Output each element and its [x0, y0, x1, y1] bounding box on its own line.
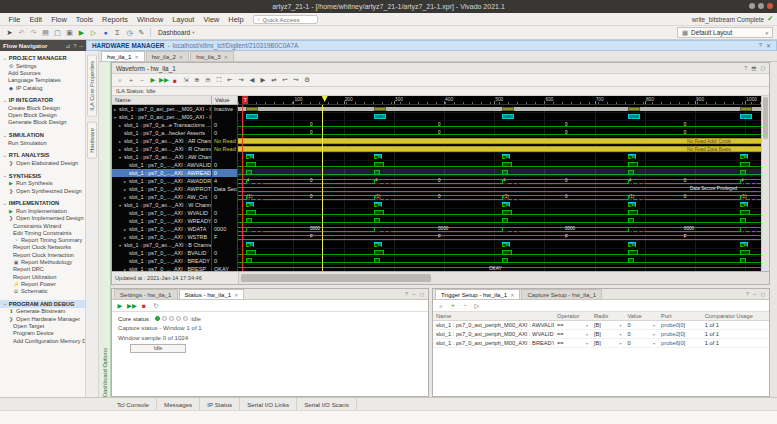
- zoom-in-icon[interactable]: ⊕: [192, 75, 202, 85]
- menu-tools[interactable]: Tools: [71, 15, 97, 24]
- close-icon[interactable]: ✕: [234, 292, 238, 298]
- flow-section-header-program-and-debug[interactable]: ⌄PROGRAM AND DEBUG: [0, 300, 85, 308]
- signal-wave-row[interactable]: 0000: [238, 129, 761, 137]
- console-tab-messages[interactable]: Messages: [157, 398, 200, 410]
- menu-help[interactable]: Help: [224, 15, 248, 24]
- remove-probe-icon[interactable]: －: [460, 301, 470, 311]
- minimize-button[interactable]: [749, 3, 755, 9]
- help-icon[interactable]: ?: [746, 291, 749, 297]
- signal-wave-row[interactable]: 10101010100000(1)(1)(1)(1)(1): [238, 193, 761, 201]
- flow-item-create-block-design[interactable]: Create Block Design: [0, 104, 85, 111]
- minimize-icon[interactable]: ─: [412, 291, 416, 297]
- flow-item-open-hardware-manager[interactable]: ❯Open Hardware Manager: [0, 315, 85, 322]
- flow-item-report-clock-networks[interactable]: Report Clock Networks: [0, 244, 85, 251]
- flow-item-edit-timing-constraints[interactable]: Edit Timing Constraints: [0, 229, 85, 236]
- flow-item-run-implementation[interactable]: ▶Run Implementation: [0, 207, 85, 214]
- dashboard-tab-hw-ila-1[interactable]: hw_ila_1✕: [101, 51, 145, 61]
- edit-icon[interactable]: ✎: [136, 27, 147, 38]
- console-tab-serial-i-o-links[interactable]: Serial I/O Links: [240, 398, 297, 410]
- flow-section-header-implementation[interactable]: ⌄IMPLEMENTATION: [0, 199, 85, 207]
- new-file-icon[interactable]: ▤: [40, 27, 51, 38]
- panel-tab-status-hw-ila-1[interactable]: Status - hw_ila_1✕: [179, 289, 245, 299]
- flow-item-report-methodology[interactable]: ▣Report Methodology: [0, 258, 85, 265]
- radix-cell[interactable]: [B]▾: [591, 321, 625, 330]
- title-bar[interactable]: artyz7_21-1 - [/home/whitney/artyz7_21-1…: [0, 0, 777, 13]
- operator-cell[interactable]: ==▾: [554, 321, 591, 330]
- flow-item-open-target[interactable]: Open Target: [0, 322, 85, 329]
- column-header-comparator-usage[interactable]: Comparator Usage: [702, 312, 769, 321]
- wave-settings-icon[interactable]: ⚙: [302, 75, 312, 85]
- flow-section-header-synthesis[interactable]: ⌄SYNTHESIS: [0, 172, 85, 180]
- flow-section-header-project-manager[interactable]: ⌄PROJECT MANAGER: [0, 54, 85, 62]
- dashboard-tab-hw-ila-3[interactable]: hw_ila_3✕: [190, 51, 234, 61]
- signal-name-row[interactable]: slot_1 : ps7_0_..._AXI : AWVALID: [112, 161, 211, 169]
- run-icon[interactable]: ▷: [472, 301, 482, 311]
- maximize-icon[interactable]: ◻: [760, 65, 765, 71]
- signal-wave-row[interactable]: [238, 257, 761, 265]
- signal-name-row[interactable]: slot_1 : ps7_0_..._AXI : WVALID: [112, 209, 211, 217]
- stop-trigger-icon[interactable]: ■: [170, 75, 180, 85]
- flow-item-generate-bitstream[interactable]: ⬇Generate Bitstream: [0, 308, 85, 315]
- signal-name-row[interactable]: slot_1 : ps7_0_a...hecker Asserts: [112, 129, 211, 137]
- maximize-icon[interactable]: ◻: [420, 291, 424, 297]
- flow-section-header-simulation[interactable]: ⌄SIMULATION: [0, 131, 85, 139]
- signal-wave-row[interactable]: Data Secure Privileged: [238, 185, 761, 193]
- signal-name-row[interactable]: ▸slot_1 : ps7_0_..._AXI : AWPROT: [112, 185, 211, 193]
- value-column-header[interactable]: Value: [212, 96, 238, 105]
- signal-name-row[interactable]: ▸slot_1 : ps7_0_ax..._AXI : R Channel: [112, 145, 211, 153]
- flow-item-generate-block-design[interactable]: Generate Block Design: [0, 119, 85, 126]
- flow-item-settings[interactable]: ⚙Settings: [0, 62, 85, 69]
- go-to-end-icon[interactable]: ⇥: [236, 75, 246, 85]
- help-icon[interactable]: ?: [759, 42, 762, 49]
- close-icon[interactable]: ✕: [766, 42, 771, 49]
- menu-flow[interactable]: Flow: [47, 15, 72, 24]
- run-trigger-icon[interactable]: ▶: [148, 75, 158, 85]
- trigger-marker[interactable]: T: [242, 96, 248, 104]
- flow-item-add-sources[interactable]: Add Sources: [0, 69, 85, 76]
- add-probe-icon[interactable]: ＋: [126, 75, 136, 85]
- radix-cell[interactable]: [B]▾: [591, 339, 625, 348]
- signal-name-row[interactable]: ▾slot_1 : ps7_0_axi_per..._M00_AXI - Int…: [112, 113, 211, 121]
- signal-name-row[interactable]: ▸slot_1 : ps7_0_ax..._AXI : AR Channel: [112, 137, 211, 145]
- flow-item-run-synthesis[interactable]: ▶Run Synthesis: [0, 180, 85, 187]
- stop-trigger-icon[interactable]: ■: [139, 301, 149, 311]
- signal-wave-row[interactable]: 99999: [238, 201, 761, 209]
- sum-icon[interactable]: Σ: [112, 27, 123, 38]
- export-data-icon[interactable]: ⇲: [181, 75, 191, 85]
- panel-tab-capture-setup-hw-ila-1[interactable]: Capture Setup - hw_ila_1: [521, 289, 602, 299]
- menu-file[interactable]: File: [4, 15, 25, 24]
- signal-wave-row[interactable]: 10101010100000000000000000: [238, 225, 761, 233]
- signal-wave-row[interactable]: No Read Data Beats: [238, 145, 761, 153]
- operator-cell[interactable]: ==▾: [554, 330, 591, 339]
- flow-item-program-device[interactable]: Program Device: [0, 330, 85, 337]
- flow-item-open-implemented-design[interactable]: ❯Open Implemented Design: [0, 215, 85, 222]
- radix-cell[interactable]: [B]▾: [591, 330, 625, 339]
- console-tab-tcl-console[interactable]: Tcl Console: [110, 398, 157, 410]
- zoom-fit-icon[interactable]: ⛶: [214, 75, 224, 85]
- signal-name-row[interactable]: ▸slot_1 : ps7_0_..._AXI : AW_Cnt: [112, 193, 211, 201]
- layout-select[interactable]: ▦ Default Layout ▾: [677, 27, 773, 38]
- timeline-ruler[interactable]: 01002003004005006007008009001000T: [238, 96, 761, 105]
- flow-item-constraints-wizard[interactable]: Constraints Wizard: [0, 222, 85, 229]
- help-icon[interactable]: ?: [73, 43, 76, 49]
- auto-retrigger-icon[interactable]: ↻: [151, 301, 161, 311]
- signal-wave-row[interactable]: [238, 161, 761, 169]
- name-column-header[interactable]: Name: [112, 96, 212, 105]
- signal-wave-row[interactable]: 1010101010000044444: [238, 177, 761, 185]
- cursor-line[interactable]: [322, 105, 323, 271]
- signal-name-row[interactable]: ▸slot_1 : ps7_0_..._AXI : WSTRB: [112, 233, 211, 241]
- column-header-name[interactable]: Name: [433, 312, 554, 321]
- signal-name-row[interactable]: ▾slot_1 : ps7_0_ax..._AXI : B Channel: [112, 241, 211, 249]
- trigger-line[interactable]: [242, 105, 243, 271]
- timer-icon[interactable]: ◷: [124, 27, 135, 38]
- flow-item-report-drc[interactable]: Report DRC: [0, 266, 85, 273]
- signal-name-row[interactable]: ▸slot_1 : ps7_0_axi_per..._M00_AXI - Int…: [112, 105, 211, 113]
- flow-item-report-timing-summary[interactable]: ◔Report Timing Summary: [0, 236, 85, 243]
- vertical-scrollbar[interactable]: [761, 96, 769, 271]
- save-icon[interactable]: ▣: [64, 27, 75, 38]
- flow-section-header-rtl-analysis[interactable]: ⌄RTL ANALYSIS: [0, 151, 85, 159]
- next-transition-icon[interactable]: ▶: [258, 75, 268, 85]
- step-icon[interactable]: ▷: [88, 27, 99, 38]
- search-input[interactable]: [262, 16, 314, 23]
- column-header-port[interactable]: Port: [658, 312, 702, 321]
